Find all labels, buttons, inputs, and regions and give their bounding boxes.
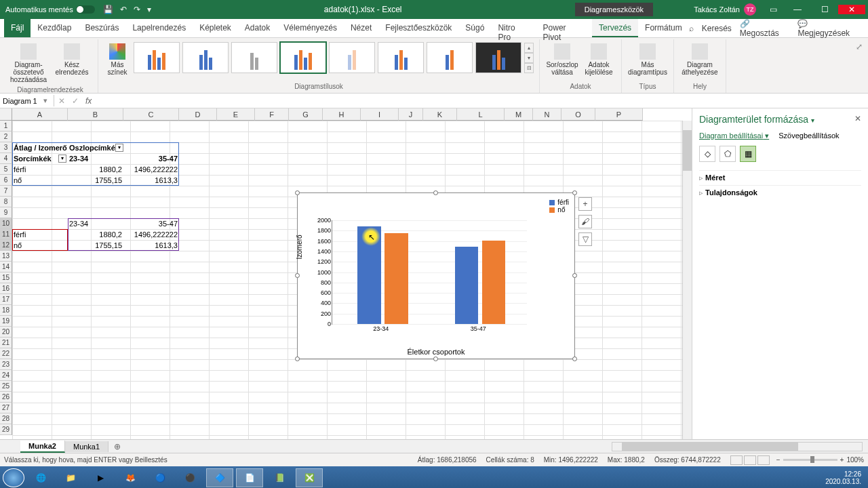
taskbar-ie[interactable]: 🌐 bbox=[27, 468, 54, 487]
tab-developer[interactable]: Fejlesztőeszközök bbox=[378, 19, 458, 37]
select-data-button[interactable]: Adatok kijelölése bbox=[582, 42, 616, 77]
tab-formulas[interactable]: Képletek bbox=[193, 19, 238, 37]
zoom-level[interactable]: 100% bbox=[846, 456, 864, 464]
name-box-input[interactable] bbox=[3, 96, 43, 105]
tab-pagelayout[interactable]: Lapelrendezés bbox=[125, 19, 193, 37]
tab-home[interactable]: Kezdőlap bbox=[31, 19, 78, 37]
section-size[interactable]: Méret bbox=[699, 170, 861, 185]
row-labels-dropdown[interactable]: ▾ bbox=[58, 155, 66, 163]
taskbar-explorer[interactable]: 📁 bbox=[57, 468, 84, 487]
view-pagebreak-icon[interactable] bbox=[757, 455, 770, 465]
cell-b12[interactable]: 1755,15 bbox=[68, 240, 123, 251]
tab-data[interactable]: Adatok bbox=[238, 19, 277, 37]
chart-legend[interactable]: férfi nő bbox=[549, 199, 569, 214]
chart-style-4[interactable] bbox=[280, 42, 326, 73]
cell-b5[interactable]: 1880,2 bbox=[68, 164, 123, 175]
zoom-out-button[interactable]: − bbox=[776, 456, 781, 464]
chart-tools-tab[interactable]: Diagrameszközök bbox=[575, 3, 653, 16]
minimize-button[interactable]: — bbox=[784, 5, 811, 14]
worksheet[interactable]: ABCDEFGHIJKLMNOP 12345678910111213141516… bbox=[0, 108, 692, 439]
taskbar-app2[interactable]: 📗 bbox=[266, 468, 293, 487]
tab-view[interactable]: Nézet bbox=[344, 19, 378, 37]
panel-tab-options[interactable]: Diagram beállításai ▾ bbox=[699, 131, 769, 140]
styles-more[interactable]: ⊟ bbox=[524, 63, 534, 73]
qat-more-icon[interactable]: ▾ bbox=[147, 5, 151, 14]
cancel-edit-icon[interactable]: ✕ bbox=[58, 96, 65, 106]
add-sheet-button[interactable]: ⊕ bbox=[108, 442, 126, 451]
search-label[interactable]: Keresés bbox=[702, 24, 732, 33]
undo-icon[interactable]: ↶ bbox=[120, 5, 127, 14]
taskbar-app1[interactable]: 🔷 bbox=[206, 468, 233, 487]
change-chart-type-button[interactable]: Más diagramtípus bbox=[627, 42, 668, 77]
panel-close-icon[interactable]: ✕ bbox=[854, 114, 861, 123]
effects-icon[interactable]: ⬠ bbox=[719, 146, 736, 162]
styles-scroll-down[interactable]: ▾ bbox=[524, 53, 534, 63]
chart-style-5[interactable] bbox=[329, 42, 375, 73]
section-properties[interactable]: Tulajdonságok bbox=[699, 185, 861, 200]
move-chart-button[interactable]: Diagram áthelyezése bbox=[679, 42, 720, 77]
quick-layout-button[interactable]: Kész elrendezés bbox=[52, 42, 92, 77]
fx-icon[interactable]: fx bbox=[85, 96, 92, 106]
cell-a5[interactable]: férfi bbox=[12, 164, 68, 175]
taskbar-firefox[interactable]: 🦊 bbox=[117, 468, 144, 487]
chart-filters-button[interactable]: ▽ bbox=[578, 232, 592, 246]
col-labels-dropdown[interactable]: ▾ bbox=[115, 144, 123, 152]
comments-button[interactable]: 💬 Megjegyzések bbox=[797, 19, 860, 38]
taskbar-media[interactable]: ▶ bbox=[87, 468, 114, 487]
chart-style-1[interactable] bbox=[134, 42, 180, 73]
system-tray[interactable]: 12:26 2020.03.13. bbox=[825, 470, 865, 485]
avatar[interactable]: TZ bbox=[744, 3, 756, 16]
cell-a11[interactable]: férfi bbox=[12, 229, 68, 240]
chart-style-7[interactable] bbox=[427, 42, 473, 73]
chart-styles-button[interactable]: 🖌 bbox=[578, 215, 592, 228]
sheet-tab-munka1[interactable]: Munka1 bbox=[65, 441, 108, 452]
view-pagelayout-icon[interactable] bbox=[744, 455, 756, 465]
close-button[interactable]: ✕ bbox=[838, 5, 865, 14]
tab-help[interactable]: Súgó bbox=[458, 19, 491, 37]
cell-c4[interactable]: 35-47 bbox=[123, 153, 179, 164]
cell-b10[interactable]: 23-34 bbox=[68, 218, 123, 229]
row-headers[interactable]: 1234567891011121314151617181920212223242… bbox=[0, 121, 12, 435]
change-colors-button[interactable]: Más színek bbox=[104, 42, 131, 77]
tab-file[interactable]: Fájl bbox=[4, 19, 31, 37]
chart-object[interactable]: + 🖌 ▽ férfi nő Izomerő 02004006008001000… bbox=[297, 192, 575, 359]
x-axis-title[interactable]: Életkor csoportok bbox=[298, 348, 574, 356]
chart-style-2[interactable] bbox=[182, 42, 229, 73]
switch-row-col-button[interactable]: Sor/oszlop váltása bbox=[545, 42, 579, 77]
sheet-tab-munka2[interactable]: Munka2 bbox=[20, 441, 65, 453]
cell-c5[interactable]: 1496,222222 bbox=[123, 164, 179, 175]
tab-format[interactable]: Formátum bbox=[638, 19, 689, 37]
tab-nitro[interactable]: Nitro Pro bbox=[491, 19, 536, 37]
horizontal-scrollbar[interactable] bbox=[612, 442, 863, 451]
start-button[interactable] bbox=[3, 468, 24, 487]
cell-c10[interactable]: 35-47 bbox=[123, 218, 179, 229]
taskbar-excel[interactable]: ❎ bbox=[296, 468, 323, 487]
ribbon-display-icon[interactable]: ▭ bbox=[770, 5, 777, 14]
cell-a12[interactable]: nő bbox=[12, 240, 68, 251]
cell-a6[interactable]: nő bbox=[12, 175, 68, 186]
panel-tab-text[interactable]: Szövegbeállítások bbox=[778, 131, 839, 140]
redo-icon[interactable]: ↷ bbox=[134, 5, 140, 14]
chart-style-6[interactable] bbox=[378, 42, 424, 73]
cell-b4[interactable]: 23-34 bbox=[68, 153, 123, 164]
tab-insert[interactable]: Beszúrás bbox=[78, 19, 125, 37]
taskbar-chrome[interactable]: 🔵 bbox=[146, 468, 174, 487]
column-headers[interactable]: ABCDEFGHIJKLMNOP bbox=[12, 108, 643, 121]
size-props-icon[interactable]: ▦ bbox=[740, 146, 756, 162]
zoom-slider[interactable] bbox=[783, 459, 837, 461]
select-all-corner[interactable] bbox=[0, 108, 12, 121]
tab-powerpivot[interactable]: Power Pivot bbox=[536, 19, 592, 37]
name-box[interactable]: ▾ bbox=[0, 95, 54, 106]
cell-c11[interactable]: 1496,222222 bbox=[123, 229, 179, 240]
collapse-ribbon-icon[interactable]: ⤢ bbox=[853, 39, 865, 93]
cell-c12[interactable]: 1613,3 bbox=[123, 240, 179, 251]
tab-design[interactable]: Tervezés bbox=[592, 19, 638, 37]
cell-b6[interactable]: 1755,15 bbox=[68, 175, 123, 186]
fill-line-icon[interactable]: ◇ bbox=[699, 146, 715, 162]
y-axis-title[interactable]: Izomerő bbox=[296, 235, 303, 259]
view-normal-icon[interactable] bbox=[730, 455, 743, 465]
cell-b11[interactable]: 1880,2 bbox=[68, 229, 123, 240]
taskbar-word[interactable]: 📄 bbox=[236, 468, 263, 487]
search-icon[interactable]: ⌕ bbox=[689, 24, 694, 33]
add-chart-element-button[interactable]: Diagram-összetevő hozzáadása bbox=[8, 42, 49, 85]
